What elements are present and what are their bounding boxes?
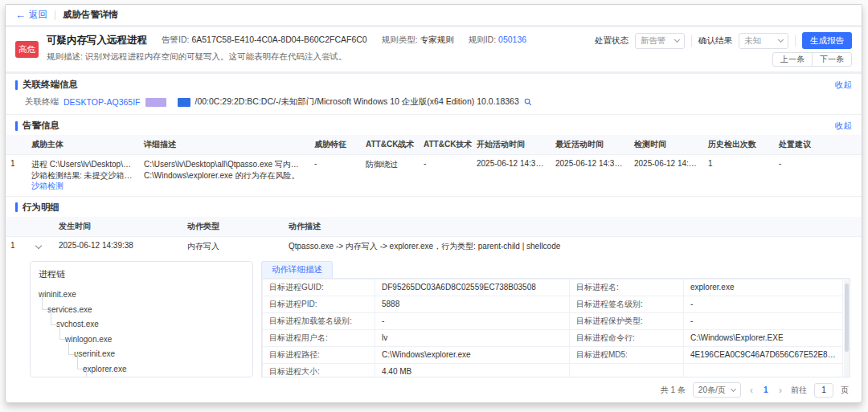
- column-header: 处置建议: [774, 135, 862, 155]
- confirm-result-select[interactable]: 未知: [739, 33, 788, 49]
- detail-label: 目标进程签名级别:: [570, 296, 684, 312]
- detail-value: [684, 363, 843, 377]
- column-header: 历史检出次数: [703, 135, 774, 155]
- process-chain-tree: wininit.exe services.exe svchost.exe win…: [39, 288, 244, 378]
- process-node[interactable]: Qtpasso.exe: [92, 377, 137, 378]
- total-count-label: 共 1 条: [661, 385, 686, 396]
- prev-page-button[interactable]: ‹: [748, 385, 755, 395]
- threat-alert-detail-window: ← 返回 威胁告警详情 高危 可疑内存写入远程进程 告警ID:6A517C58-…: [5, 4, 862, 403]
- detail-row: 目标进程路径: C:\Windows\explorer.exe 目标进程MD5:…: [263, 346, 843, 363]
- chevron-down-icon: [731, 385, 736, 391]
- behavior-detail-section: 行为明细 发生时间 动作类型 动作描述 1: [6, 197, 862, 403]
- action-desc-cell: Qtpasso.exe -> 内存写入 -> explorer.exe，行为类型…: [284, 236, 862, 256]
- scrollbar-track[interactable]: [844, 279, 850, 377]
- collapse-alert-info-link[interactable]: 收起: [835, 120, 852, 132]
- detail-row: 目标进程大小: 4.40 MB: [263, 363, 843, 377]
- attck-technique-cell: -: [419, 155, 472, 196]
- alert-title: 可疑内存写入远程进程: [47, 34, 147, 47]
- detail-value: 5888: [375, 296, 570, 312]
- suggestion-cell: -: [774, 155, 862, 196]
- redacted-block: [178, 98, 190, 107]
- page-size-select[interactable]: 20条/页: [693, 382, 741, 398]
- detail-label: [570, 363, 684, 377]
- tab-action-detail[interactable]: 动作详细描述: [261, 261, 333, 278]
- column-header: 威胁主体: [27, 135, 139, 155]
- detail-label: 目标进程大小:: [263, 363, 375, 377]
- section-marker: [15, 202, 18, 212]
- detail-label: 目标进程GUID:: [263, 279, 375, 296]
- index-column-header: [6, 217, 31, 237]
- generate-report-button[interactable]: 生成报告: [802, 32, 852, 49]
- column-header: 发生时间: [54, 217, 182, 237]
- detail-desc-cell: C:\Users\lv\Desktop\all\Qtpasso.exe 写内存 …: [139, 155, 309, 196]
- collapse-terminal-link[interactable]: 收起: [835, 80, 852, 91]
- terminal-hostname-link[interactable]: DESKTOP-AQ365IF: [63, 97, 141, 107]
- detect-time-cell: 2025-06-12 14:39:50: [629, 155, 703, 196]
- column-header: 开始活动时间: [472, 135, 551, 155]
- behavior-section-title: 行为明细: [23, 202, 852, 214]
- page-title: 威胁告警详情: [63, 9, 118, 21]
- column-header: 动作类型: [182, 217, 284, 237]
- rule-type-field: 规则类型:专家规则: [382, 35, 454, 46]
- action-detail-panel: 动作详细描述 目标进程GUID: DF95265DC03A6D8C02559EC…: [261, 261, 850, 378]
- main-content: 关联终端信息 收起 关联终端 DESKTOP-AQ365IF /00:0C:29…: [6, 74, 862, 402]
- collapse-row-icon[interactable]: [35, 242, 42, 248]
- sandbox-detect-link[interactable]: 沙箱检测: [31, 181, 134, 192]
- detail-label: 目标进程名:: [570, 279, 684, 296]
- search-icon[interactable]: [524, 98, 532, 106]
- row-index: 1: [6, 155, 27, 196]
- alert-info-header-row: 威胁主体 详细描述 威胁特征 ATT&CK战术 ATT&CK技术 开始活动时间 …: [6, 135, 862, 155]
- chevron-down-icon: [778, 36, 784, 42]
- scrollbar-thumb[interactable]: [845, 284, 849, 352]
- detail-value: 4E196CEA0C9C46A7D656C67E52E8C7C7: [684, 346, 843, 363]
- current-page-button[interactable]: 1: [762, 385, 770, 394]
- column-header: 检测时间: [629, 135, 703, 155]
- detail-row: 目标进程PID: 5888 目标进程签名级别: -: [263, 296, 843, 312]
- alert-info-section-title: 告警信息: [23, 120, 835, 132]
- back-button[interactable]: ← 返回: [15, 9, 47, 21]
- detail-value: -: [684, 296, 843, 312]
- back-label: 返回: [29, 9, 47, 21]
- redacted-block: [145, 98, 166, 107]
- attck-tactic-cell: 防御绕过: [361, 155, 419, 196]
- detail-label: 目标进程保护类型:: [570, 312, 684, 329]
- detail-value: 4.40 MB: [375, 363, 570, 377]
- next-page-button[interactable]: ›: [777, 385, 784, 395]
- row-index: 1: [6, 236, 31, 256]
- alert-id-field: 告警ID:6A517C58-E410-4C0A-8D04-B60C2FCAF6C…: [162, 35, 367, 46]
- divider: [691, 35, 692, 47]
- expanded-row-detail: 进程链 wininit.exe services.exe svchost.exe…: [6, 256, 862, 380]
- detail-value: lv: [375, 329, 570, 346]
- terminal-info-section: 关联终端信息 收起 关联终端 DESKTOP-AQ365IF /00:0C:29…: [6, 74, 862, 115]
- rule-id-link[interactable]: 050136: [498, 35, 526, 44]
- alert-info-table: 威胁主体 详细描述 威胁特征 ATT&CK战术 ATT&CK技术 开始活动时间 …: [6, 135, 862, 196]
- confirm-result-label: 确认结果: [698, 35, 732, 47]
- start-time-cell: 2025-06-12 14:39:50: [472, 155, 551, 196]
- behavior-table: 发生时间 动作类型 动作描述 1 2025-06-12 14:39:38 内存写…: [6, 217, 862, 256]
- alert-controls: 处置状态 新告警 确认结果 未知 生成报告 上一条 下一条: [595, 32, 852, 67]
- dispose-status-select[interactable]: 新告警: [635, 33, 685, 49]
- terminal-os-info: /00:0C:29:2D:BC:DC/-/未知部门/Microsoft Wind…: [195, 96, 519, 108]
- terminal-label: 关联终端: [25, 96, 59, 108]
- goto-label: 前往: [791, 385, 807, 396]
- column-header: 威胁特征: [309, 135, 361, 155]
- section-marker: [15, 121, 18, 131]
- alert-header-panel: 高危 可疑内存写入远程进程 告警ID:6A517C58-E410-4C0A-8D…: [6, 27, 862, 71]
- next-item-button[interactable]: 下一条: [812, 52, 852, 67]
- detail-value: C:\Windows\Explorer.EXE: [684, 329, 843, 346]
- divider: [795, 35, 796, 47]
- previous-item-button[interactable]: 上一条: [772, 52, 813, 67]
- detail-label: 目标进程路径:: [263, 346, 375, 363]
- action-detail-table: 目标进程GUID: DF95265DC03A6D8C02559EC738B035…: [262, 279, 843, 378]
- history-count-cell: 1: [703, 155, 774, 196]
- detail-row: 目标进程GUID: DF95265DC03A6D8C02559EC738B035…: [263, 279, 843, 296]
- action-type-cell: 内存写入: [182, 236, 284, 256]
- topbar-divider: [55, 10, 55, 20]
- behavior-header-row: 发生时间 动作类型 动作描述: [6, 217, 862, 237]
- action-detail-table-wrap: 目标进程GUID: DF95265DC03A6D8C02559EC738B035…: [261, 278, 850, 378]
- terminal-section-title: 关联终端信息: [23, 79, 835, 91]
- section-marker: [15, 80, 18, 90]
- pagination-bar: 共 1 条 20条/页 ‹ 1 › 前往 页: [6, 379, 862, 402]
- alert-info-section: 告警信息 收起 威胁主体 详细描述 威胁特征 ATT&CK战术 AT: [6, 115, 862, 197]
- goto-page-input[interactable]: [814, 383, 833, 398]
